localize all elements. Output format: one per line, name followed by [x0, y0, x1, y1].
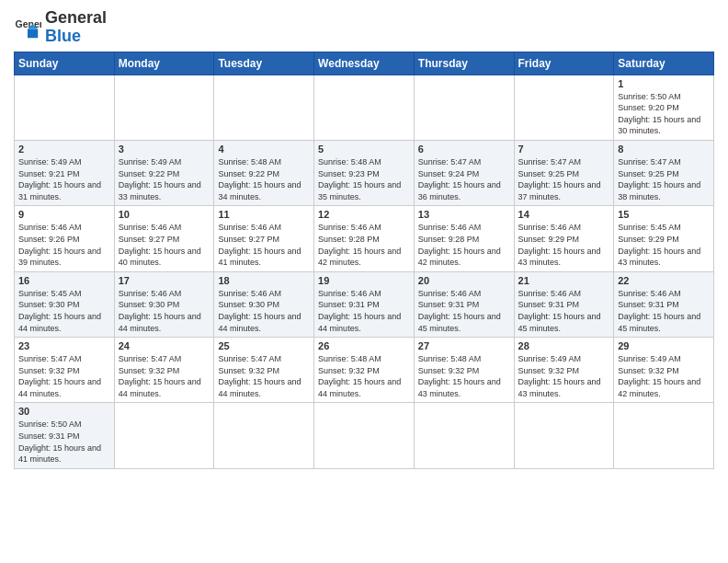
calendar-cell: 4Sunrise: 5:48 AMSunset: 9:22 PMDaylight… — [214, 140, 314, 205]
calendar-cell — [214, 75, 314, 140]
day-sun-info: Sunrise: 5:46 AMSunset: 9:26 PMDaylight:… — [18, 222, 110, 268]
day-number: 9 — [18, 209, 110, 220]
col-header-tuesday: Tuesday — [214, 52, 314, 75]
calendar-cell: 15Sunrise: 5:45 AMSunset: 9:29 PMDayligh… — [614, 206, 714, 271]
calendar-cell: 2Sunrise: 5:49 AMSunset: 9:21 PMDaylight… — [15, 140, 115, 205]
generalblue-logo-icon: General — [14, 14, 41, 41]
day-number: 24 — [119, 340, 210, 351]
day-number: 27 — [418, 340, 510, 351]
day-number: 17 — [119, 275, 210, 286]
calendar-cell: 17Sunrise: 5:46 AMSunset: 9:30 PMDayligh… — [114, 271, 214, 337]
calendar-week-row: 30Sunrise: 5:50 AMSunset: 9:31 PMDayligh… — [15, 403, 714, 468]
calendar-cell: 24Sunrise: 5:47 AMSunset: 9:32 PMDayligh… — [114, 338, 214, 403]
calendar-table: SundayMondayTuesdayWednesdayThursdayFrid… — [14, 52, 714, 469]
day-number: 21 — [518, 275, 610, 286]
calendar-cell: 10Sunrise: 5:46 AMSunset: 9:27 PMDayligh… — [114, 206, 214, 271]
day-sun-info: Sunrise: 5:47 AMSunset: 9:25 PMDaylight:… — [618, 156, 710, 202]
day-sun-info: Sunrise: 5:46 AMSunset: 9:28 PMDaylight:… — [318, 222, 410, 268]
day-sun-info: Sunrise: 5:46 AMSunset: 9:29 PMDaylight:… — [518, 222, 610, 268]
col-header-sunday: Sunday — [15, 52, 115, 75]
calendar-cell — [514, 403, 614, 468]
day-sun-info: Sunrise: 5:49 AMSunset: 9:32 PMDaylight:… — [618, 353, 710, 399]
day-number: 30 — [18, 406, 110, 417]
day-sun-info: Sunrise: 5:49 AMSunset: 9:22 PMDaylight:… — [119, 156, 210, 202]
day-sun-info: Sunrise: 5:46 AMSunset: 9:27 PMDaylight:… — [218, 222, 310, 268]
calendar-header-row: SundayMondayTuesdayWednesdayThursdayFrid… — [15, 52, 714, 75]
calendar-cell: 1Sunrise: 5:50 AMSunset: 9:20 PMDaylight… — [614, 75, 714, 140]
calendar-cell: 7Sunrise: 5:47 AMSunset: 9:25 PMDaylight… — [514, 140, 614, 205]
calendar-week-row: 2Sunrise: 5:49 AMSunset: 9:21 PMDaylight… — [15, 140, 714, 205]
calendar-cell: 26Sunrise: 5:48 AMSunset: 9:32 PMDayligh… — [314, 338, 415, 403]
calendar-cell — [214, 403, 314, 468]
day-number: 29 — [618, 340, 710, 351]
day-sun-info: Sunrise: 5:49 AMSunset: 9:32 PMDaylight:… — [518, 353, 610, 399]
day-number: 15 — [618, 209, 710, 220]
calendar-cell — [414, 403, 514, 468]
day-number: 13 — [418, 209, 510, 220]
calendar-cell: 5Sunrise: 5:48 AMSunset: 9:23 PMDaylight… — [314, 140, 415, 205]
calendar-cell: 21Sunrise: 5:46 AMSunset: 9:31 PMDayligh… — [514, 271, 614, 337]
day-number: 20 — [418, 275, 510, 286]
calendar-week-row: 9Sunrise: 5:46 AMSunset: 9:26 PMDaylight… — [15, 206, 714, 271]
day-number: 2 — [18, 144, 110, 155]
calendar-cell: 23Sunrise: 5:47 AMSunset: 9:32 PMDayligh… — [15, 338, 115, 403]
day-number: 8 — [618, 144, 710, 155]
svg-text:General: General — [16, 18, 42, 29]
calendar-cell: 11Sunrise: 5:46 AMSunset: 9:27 PMDayligh… — [214, 206, 314, 271]
calendar-cell: 30Sunrise: 5:50 AMSunset: 9:31 PMDayligh… — [15, 403, 115, 468]
calendar-cell: 3Sunrise: 5:49 AMSunset: 9:22 PMDaylight… — [114, 140, 214, 205]
day-number: 6 — [418, 144, 510, 155]
day-number: 14 — [518, 209, 610, 220]
calendar-cell: 27Sunrise: 5:48 AMSunset: 9:32 PMDayligh… — [414, 338, 514, 403]
calendar-cell — [314, 75, 415, 140]
day-sun-info: Sunrise: 5:46 AMSunset: 9:31 PMDaylight:… — [418, 288, 510, 334]
day-number: 7 — [518, 144, 610, 155]
logo-text: GeneralBlue — [45, 9, 107, 46]
day-number: 16 — [18, 275, 110, 286]
day-number: 10 — [119, 209, 210, 220]
col-header-friday: Friday — [514, 52, 614, 75]
calendar-cell — [414, 75, 514, 140]
day-sun-info: Sunrise: 5:46 AMSunset: 9:31 PMDaylight:… — [618, 288, 710, 334]
calendar-cell: 16Sunrise: 5:45 AMSunset: 9:30 PMDayligh… — [15, 271, 115, 337]
calendar-cell — [114, 403, 214, 468]
day-number: 26 — [318, 340, 410, 351]
day-number: 5 — [318, 144, 410, 155]
day-number: 22 — [618, 275, 710, 286]
day-sun-info: Sunrise: 5:47 AMSunset: 9:32 PMDaylight:… — [18, 353, 110, 399]
day-sun-info: Sunrise: 5:47 AMSunset: 9:32 PMDaylight:… — [119, 353, 210, 399]
calendar-cell — [614, 403, 714, 468]
day-sun-info: Sunrise: 5:47 AMSunset: 9:24 PMDaylight:… — [418, 156, 510, 202]
logo: General GeneralBlue — [14, 9, 107, 46]
day-number: 3 — [119, 144, 210, 155]
calendar-cell: 18Sunrise: 5:46 AMSunset: 9:30 PMDayligh… — [214, 271, 314, 337]
day-sun-info: Sunrise: 5:48 AMSunset: 9:23 PMDaylight:… — [318, 156, 410, 202]
day-number: 18 — [218, 275, 310, 286]
day-sun-info: Sunrise: 5:48 AMSunset: 9:22 PMDaylight:… — [218, 156, 310, 202]
day-sun-info: Sunrise: 5:46 AMSunset: 9:31 PMDaylight:… — [518, 288, 610, 334]
calendar-cell: 9Sunrise: 5:46 AMSunset: 9:26 PMDaylight… — [15, 206, 115, 271]
calendar-week-row: 1Sunrise: 5:50 AMSunset: 9:20 PMDaylight… — [15, 75, 714, 140]
day-number: 12 — [318, 209, 410, 220]
day-sun-info: Sunrise: 5:46 AMSunset: 9:30 PMDaylight:… — [218, 288, 310, 334]
day-sun-info: Sunrise: 5:47 AMSunset: 9:25 PMDaylight:… — [518, 156, 610, 202]
day-number: 4 — [218, 144, 310, 155]
calendar-cell: 28Sunrise: 5:49 AMSunset: 9:32 PMDayligh… — [514, 338, 614, 403]
col-header-saturday: Saturday — [614, 52, 714, 75]
day-number: 1 — [618, 78, 710, 89]
calendar-cell: 6Sunrise: 5:47 AMSunset: 9:24 PMDaylight… — [414, 140, 514, 205]
day-sun-info: Sunrise: 5:46 AMSunset: 9:31 PMDaylight:… — [318, 288, 410, 334]
day-sun-info: Sunrise: 5:46 AMSunset: 9:27 PMDaylight:… — [119, 222, 210, 268]
calendar-cell: 20Sunrise: 5:46 AMSunset: 9:31 PMDayligh… — [414, 271, 514, 337]
day-sun-info: Sunrise: 5:50 AMSunset: 9:31 PMDaylight:… — [18, 419, 110, 465]
day-number: 23 — [18, 340, 110, 351]
calendar-cell: 8Sunrise: 5:47 AMSunset: 9:25 PMDaylight… — [614, 140, 714, 205]
calendar-cell — [314, 403, 415, 468]
day-number: 25 — [218, 340, 310, 351]
calendar-cell: 12Sunrise: 5:46 AMSunset: 9:28 PMDayligh… — [314, 206, 415, 271]
calendar-cell: 22Sunrise: 5:46 AMSunset: 9:31 PMDayligh… — [614, 271, 714, 337]
calendar-cell — [15, 75, 115, 140]
day-number: 11 — [218, 209, 310, 220]
day-sun-info: Sunrise: 5:48 AMSunset: 9:32 PMDaylight:… — [318, 353, 410, 399]
day-sun-info: Sunrise: 5:45 AMSunset: 9:30 PMDaylight:… — [18, 288, 110, 334]
